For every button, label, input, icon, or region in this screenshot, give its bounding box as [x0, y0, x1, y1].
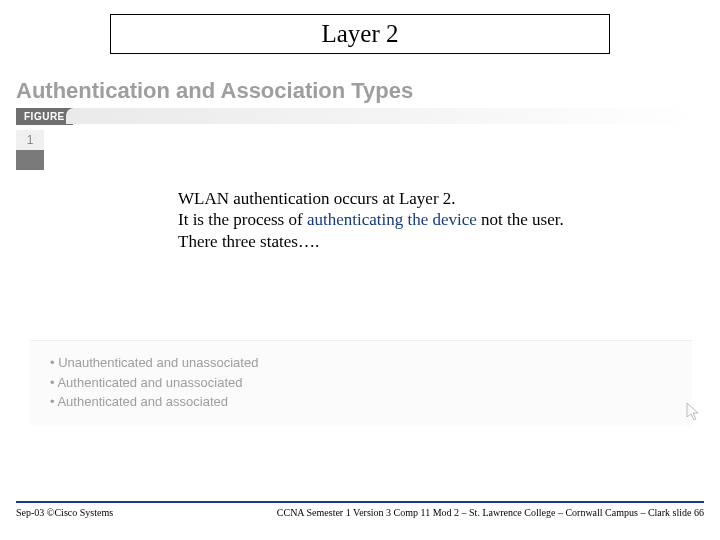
states-panel: Unauthenticated and unassociated Authent…: [30, 340, 692, 426]
figure-number: 1: [16, 130, 44, 150]
list-item: Authenticated and unassociated: [50, 373, 672, 393]
slide: Layer 2 Authentication and Association T…: [0, 0, 720, 540]
body-line-2a: It is the process of: [178, 210, 307, 229]
slide-title: Layer 2: [321, 20, 398, 48]
body-line-1: WLAN authentication occurs at Layer 2.: [178, 189, 456, 208]
body-line-2-accent: authenticating the device: [307, 210, 477, 229]
figure-header-row: FIGURE: [16, 108, 702, 130]
figure-badge: FIGURE: [16, 108, 73, 125]
cursor-icon: [686, 402, 700, 422]
figure-number-stack: 1: [16, 130, 44, 170]
footer: Sep-03 ©Cisco Systems CCNA Semester 1 Ve…: [16, 501, 704, 518]
slide-title-box: Layer 2: [110, 14, 610, 54]
list-item: Unauthenticated and unassociated: [50, 353, 672, 373]
figure-number-accent: [16, 150, 44, 170]
footer-left: Sep-03 ©Cisco Systems: [16, 507, 113, 518]
section-heading: Authentication and Association Types: [16, 78, 413, 104]
body-text: WLAN authentication occurs at Layer 2. I…: [178, 188, 618, 252]
footer-right: CCNA Semester 1 Version 3 Comp 11 Mod 2 …: [277, 507, 704, 518]
figure-header-bar: [66, 108, 702, 124]
states-list: Unauthenticated and unassociated Authent…: [50, 353, 672, 412]
list-item: Authenticated and associated: [50, 392, 672, 412]
body-line-2c: not the user.: [477, 210, 564, 229]
body-line-3: There three states….: [178, 232, 319, 251]
